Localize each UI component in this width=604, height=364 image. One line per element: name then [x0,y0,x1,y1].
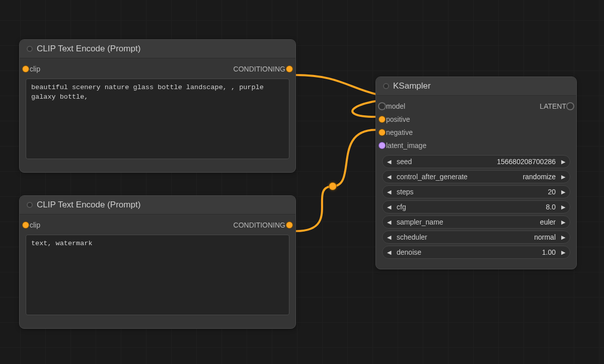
chevron-left-icon[interactable]: ◀ [386,204,393,210]
output-label-conditioning: CONDITIONING [40,221,289,229]
node-title: CLIP Text Encode (Prompt) [37,200,140,210]
collapse-dot-icon[interactable] [27,202,33,208]
chevron-right-icon[interactable]: ▶ [560,174,567,180]
widget-value[interactable]: 1.00 [542,248,557,256]
node-title: KSampler [393,81,431,91]
output-port-conditioning[interactable] [286,222,292,228]
widget-steps[interactable]: ◀steps20▶ [382,185,570,198]
widget-value[interactable]: 156680208700286 [497,158,557,166]
widget-value[interactable]: 20 [548,188,557,196]
widget-label: scheduler [396,233,427,241]
prompt-textarea[interactable] [26,235,289,315]
slot-row-positive: positive [382,113,570,126]
node-ksampler[interactable]: KSampler model LATENT positive negative [375,77,577,269]
input-port-model[interactable] [379,103,385,109]
input-port-clip[interactable] [23,222,29,228]
widget-value[interactable]: 8.0 [546,203,557,211]
node-clip-text-encode-negative[interactable]: CLIP Text Encode (Prompt) clip CONDITION… [19,195,296,329]
slot-row-clip-conditioning: clip CONDITIONING [26,62,289,76]
input-port-negative[interactable] [379,129,385,135]
widget-label: sampler_name [396,218,443,226]
chevron-left-icon[interactable]: ◀ [386,159,393,165]
input-port-latent-image[interactable] [379,142,385,149]
wire-negative [296,130,375,231]
widget-label: control_after_generate [396,173,468,181]
prompt-textarea[interactable] [26,79,289,159]
chevron-right-icon[interactable]: ▶ [560,159,567,165]
chevron-left-icon[interactable]: ◀ [386,234,393,241]
collapse-dot-icon[interactable] [383,83,389,89]
widget-scheduler[interactable]: ◀schedulernormal▶ [382,231,570,244]
chevron-right-icon[interactable]: ▶ [560,204,567,210]
input-label-model: model [382,102,405,110]
input-label-latent-image: latent_image [382,141,426,150]
widget-value[interactable]: randomize [523,173,557,181]
widget-sampler-name[interactable]: ◀sampler_nameeuler▶ [382,215,570,229]
reroute-dot-negative[interactable] [329,183,336,190]
widget-denoise[interactable]: ◀denoise1.00▶ [382,246,570,259]
input-label-positive: positive [382,115,410,123]
widget-value[interactable]: euler [540,218,557,226]
slot-row-clip-conditioning: clip CONDITIONING [26,219,289,232]
node-canvas[interactable]: CLIP Text Encode (Prompt) clip CONDITION… [0,0,604,364]
output-label-latent: LATENT [405,102,570,110]
output-port-latent[interactable] [567,103,573,109]
input-label-negative: negative [382,128,413,136]
widget-label: cfg [396,203,406,211]
chevron-right-icon[interactable]: ▶ [560,249,567,256]
chevron-right-icon[interactable]: ▶ [560,219,567,226]
node-header[interactable]: CLIP Text Encode (Prompt) [20,40,295,58]
chevron-left-icon[interactable]: ◀ [386,219,393,226]
slot-row-latent-image: latent_image [382,139,570,152]
ksampler-widgets: ◀seed156680208700286▶◀control_after_gene… [382,155,570,259]
slot-row-model-latent: model LATENT [382,100,570,113]
collapse-dot-icon[interactable] [27,46,33,52]
node-header[interactable]: KSampler [376,77,576,96]
widget-control-after-generate[interactable]: ◀control_after_generaterandomize▶ [382,170,570,183]
widget-label: denoise [396,248,421,256]
output-label-conditioning: CONDITIONING [40,65,289,73]
widget-label: seed [396,158,412,166]
node-title: CLIP Text Encode (Prompt) [37,44,140,54]
widget-value[interactable]: normal [534,233,557,241]
node-header[interactable]: CLIP Text Encode (Prompt) [20,196,295,214]
chevron-left-icon[interactable]: ◀ [386,189,393,195]
widget-label: steps [396,188,413,196]
widget-seed[interactable]: ◀seed156680208700286▶ [382,155,570,168]
chevron-left-icon[interactable]: ◀ [386,174,393,180]
chevron-left-icon[interactable]: ◀ [386,249,393,256]
chevron-right-icon[interactable]: ▶ [560,189,567,195]
widget-cfg[interactable]: ◀cfg8.0▶ [382,200,570,213]
chevron-right-icon[interactable]: ▶ [560,234,567,241]
input-port-positive[interactable] [379,116,385,122]
node-clip-text-encode-positive[interactable]: CLIP Text Encode (Prompt) clip CONDITION… [19,39,296,173]
input-port-clip[interactable] [23,66,29,72]
output-port-conditioning[interactable] [286,66,292,72]
slot-row-negative: negative [382,126,570,139]
